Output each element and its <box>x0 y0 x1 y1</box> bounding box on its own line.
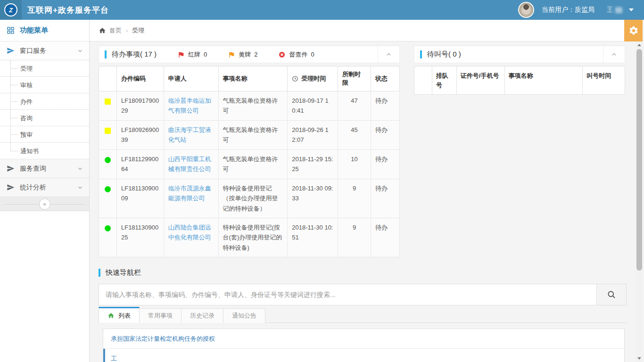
breadcrumb-home-link[interactable]: 首页 <box>99 26 122 35</box>
clock-icon <box>292 75 298 82</box>
sidebar-sub-item[interactable]: 预审 <box>0 126 89 143</box>
tab-list[interactable]: 列表 <box>99 307 140 323</box>
todo-panel-title: 待办事项( 17 ) <box>112 50 157 59</box>
sidebar-group-service-query[interactable]: 服务查询 <box>0 159 89 178</box>
yellow-status-indicator <box>105 128 111 134</box>
yellow-flag-icon <box>228 51 235 58</box>
green-status-indicator <box>105 225 111 231</box>
tab-notices[interactable]: 通知公告 <box>223 308 265 323</box>
settings-gear-button[interactable] <box>624 20 643 41</box>
panel-accent-bar <box>420 50 422 58</box>
chevron-down-icon <box>77 184 83 191</box>
sidebar-sub-item[interactable]: 审核 <box>0 77 89 93</box>
todo-panel: 待办事项( 17 ) 红牌 0 黄牌 2 <box>99 46 400 257</box>
column-header: 受理时间 <box>288 66 338 91</box>
supervise-badge: 督查件 0 <box>278 50 314 59</box>
sidebar-collapse-button[interactable]: « <box>39 198 50 210</box>
quick-nav-list-item[interactable]: 工业产品生产许可证获证企业年审 <box>103 349 111 362</box>
column-header: 状态 <box>371 66 400 91</box>
column-header: 证件号/手机号 <box>456 66 504 95</box>
remaining-days-cell: 45 <box>338 120 371 149</box>
applicant-link[interactable]: 曲沃海宇工贸液化气站 <box>168 126 211 143</box>
chevron-down-icon <box>77 48 83 54</box>
column-header: 办件编码 <box>116 66 164 91</box>
remaining-days-cell: 9 <box>338 179 371 218</box>
user-menu-caret-icon[interactable] <box>629 8 634 11</box>
chevron-up-icon <box>385 51 392 58</box>
column-header: 申请人 <box>164 66 218 91</box>
case-code-cell: LF18113090009 <box>116 179 164 218</box>
column-header <box>99 66 117 91</box>
panel-accent-bar <box>105 50 107 58</box>
status-cell: 待办 <box>371 179 400 218</box>
case-code-cell: LF18091790029 <box>116 91 164 121</box>
column-header: 所剩时限 <box>338 66 371 91</box>
quick-nav-list: 承担国家法定计量检定机构任务的授权工业产品生产许可证获证企业年审国家质检总局发证… <box>103 329 625 362</box>
todo-row[interactable]: LF18113090025山西陆合集团远中焦化有限公司特种设备使用登记(按台(套… <box>99 218 400 257</box>
paper-plane-icon <box>7 183 15 191</box>
sidebar: 功能菜单 窗口服务 受理审核办件咨询预审通知书 服务查询 统计分析 « <box>0 20 90 362</box>
grid-icon <box>7 26 15 34</box>
supervise-icon <box>278 51 286 58</box>
sidebar-sub-item[interactable]: 受理 <box>0 60 89 77</box>
sidebar-sub-item[interactable]: 咨询 <box>0 110 89 126</box>
accept-time-cell: 2018-11-29 15:25 <box>288 149 338 179</box>
quick-search-input[interactable] <box>99 284 596 305</box>
applicant-link[interactable]: 山西平阳重工机械有限责任公司 <box>168 156 211 173</box>
sidebar-group-window-service[interactable]: 窗口服务 <box>0 41 89 60</box>
top-header: Z 互联网+政务服务平台 当前用户：质监局 王 <box>0 0 644 20</box>
queue-panel-collapse-button[interactable] <box>603 46 625 63</box>
queue-table: 排队号证件号/手机号事项名称叫号时间 <box>414 66 625 95</box>
queue-panel-title: 待叫号( 0 ) <box>427 50 461 59</box>
current-user-label: 当前用户：质监局 <box>542 6 594 14</box>
paper-plane-icon <box>7 47 15 55</box>
todo-row[interactable]: LF18091790029临汾晨丰临运加气有限公司气瓶充装单位资格许可2018-… <box>99 91 400 121</box>
remaining-days-cell: 10 <box>338 149 371 179</box>
quick-nav-list-item[interactable]: 承担国家法定计量检定机构任务的授权 <box>103 329 624 349</box>
quick-nav-tabs: 列表 常用事项 历史记录 通知公告 <box>99 308 627 323</box>
accept-time-cell: 2018-11-30 09:33 <box>288 179 338 218</box>
page-scrollbar[interactable] <box>636 41 643 362</box>
todo-row[interactable]: LF18092690039曲沃海宇工贸液化气站气瓶充装单位资格许可2018-09… <box>99 120 400 149</box>
applicant-link[interactable]: 临汾市茂源永鑫能源有限公司 <box>168 185 211 202</box>
gear-icon <box>628 25 639 36</box>
search-button[interactable] <box>596 284 627 305</box>
applicant-cell: 临汾晨丰临运加气有限公司 <box>164 91 218 121</box>
queue-panel: 待叫号( 0 ) 排队号证件号/手机号事项名称叫号时间 <box>414 46 625 95</box>
applicant-link[interactable]: 临汾晨丰临运加气有限公司 <box>168 97 211 114</box>
applicant-link[interactable]: 山西陆合集团远中焦化有限公司 <box>168 224 211 241</box>
breadcrumb-separator: › <box>126 27 128 34</box>
sidebar-collapse-row: « <box>0 197 89 211</box>
item-name-cell: 特种设备使用登记(按台(套)办理使用登记的特种设备) <box>218 218 288 257</box>
panel-accent-bar <box>99 269 100 277</box>
main-content: 待办事项( 17 ) 红牌 0 黄牌 2 <box>90 41 636 362</box>
column-header: 事项名称 <box>504 66 583 95</box>
chevron-down-icon <box>77 165 83 172</box>
sidebar-submenu: 受理审核办件咨询预审通知书 <box>0 60 89 159</box>
case-code-cell: LF18112990064 <box>116 149 164 179</box>
applicant-cell: 曲沃海宇工贸液化气站 <box>164 120 218 149</box>
home-icon <box>99 27 106 34</box>
applicant-cell: 山西陆合集团远中焦化有限公司 <box>164 218 218 257</box>
remaining-days-cell: 9 <box>338 218 371 257</box>
applicant-cell: 山西平阳重工机械有限责任公司 <box>164 149 218 179</box>
item-name-cell: 气瓶充装单位资格许可 <box>218 149 288 179</box>
scrollbar-up-arrow[interactable] <box>636 41 643 49</box>
column-header: 叫号时间 <box>583 66 625 95</box>
scrollbar-thumb[interactable] <box>636 49 642 271</box>
todo-row[interactable]: LF18113090009临汾市茂源永鑫能源有限公司特种设备使用登记（按单位办理… <box>99 179 400 218</box>
user-name-redacted <box>615 7 622 13</box>
paper-plane-icon <box>7 165 15 173</box>
case-code-cell: LF18113090025 <box>116 218 164 257</box>
user-avatar[interactable] <box>518 2 534 18</box>
tab-common-items[interactable]: 常用事项 <box>140 308 182 323</box>
applicant-cell: 临汾市茂源永鑫能源有限公司 <box>164 179 218 218</box>
todo-panel-collapse-button[interactable] <box>378 46 399 63</box>
sidebar-group-statistics[interactable]: 统计分析 <box>0 178 89 197</box>
sidebar-sub-item[interactable]: 办件 <box>0 93 89 110</box>
user-name: 王 <box>607 6 613 14</box>
todo-row[interactable]: LF18112990064山西平阳重工机械有限责任公司气瓶充装单位资格许可201… <box>99 149 400 179</box>
sidebar-sub-item[interactable]: 通知书 <box>0 143 89 159</box>
scrollbar-down-arrow[interactable] <box>636 355 643 362</box>
tab-history[interactable]: 历史记录 <box>182 308 223 323</box>
